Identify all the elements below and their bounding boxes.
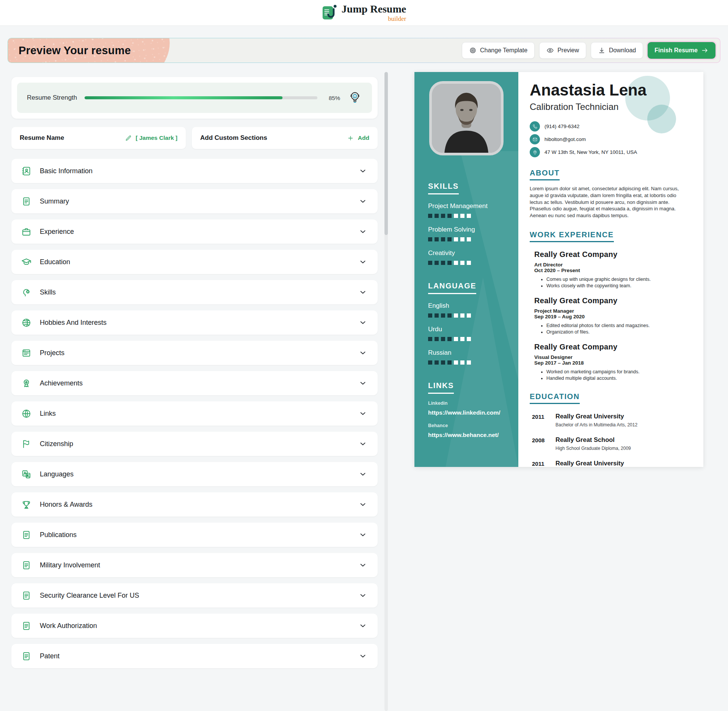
section-label: Experience — [40, 228, 350, 236]
education-degree: Bachelor of Arts in Multimedia Arts, 201… — [555, 422, 637, 428]
chevron-down-icon — [359, 561, 367, 569]
preview-button[interactable]: Preview — [539, 42, 586, 59]
sidebar-links-section: LINKS Linkedin https://www.linkedin.com/… — [414, 381, 518, 439]
language-item: Urdu — [428, 326, 505, 341]
finish-resume-button[interactable]: Finish Resume — [648, 42, 715, 59]
education-degree: High School Graduate Diploma, 2009 — [555, 446, 631, 451]
section-label: Summary — [40, 197, 350, 205]
change-template-button[interactable]: Change Template — [462, 42, 535, 59]
jobs-list: Really Great Company Art Director Oct 20… — [530, 250, 688, 381]
section-achievements[interactable]: Achievements — [11, 371, 378, 395]
skill-item: Creativity — [428, 249, 505, 265]
pencil-icon — [125, 135, 132, 142]
chevron-down-icon — [359, 470, 367, 478]
job-bullet: Comes up with unique graphic designs for… — [546, 277, 688, 282]
section-hobbies-and-interests[interactable]: Hobbies And Interests — [11, 310, 378, 335]
resume-strength-row: Resume Strength 85% i — [17, 83, 372, 113]
add-custom-sections-label: Add Custom Sections — [200, 134, 267, 142]
sidebar-skills-section: SKILLS Project Management Problem Solvin… — [414, 182, 518, 265]
brand-text: Jump Resume builder — [342, 3, 406, 22]
section-basic-information[interactable]: Basic Information — [11, 159, 378, 183]
skill-name: Creativity — [428, 249, 505, 257]
app-root: Jump Resume builder Preview Your resume … — [0, 0, 728, 711]
edit-resume-name-button[interactable]: [ James Clark ] — [125, 135, 177, 142]
job-bullets: Edited editorial photos for clients and … — [546, 323, 688, 335]
section-label: Work Authorization — [40, 622, 350, 630]
link-item: Linkedin https://www.linkedin.com/ — [428, 401, 505, 416]
doc-icon — [21, 621, 31, 631]
skills-heading: SKILLS — [428, 182, 459, 194]
job-bullet: Worked on marketing campaigns for brands… — [546, 369, 688, 374]
section-security-clearance-level-for-us[interactable]: Security Clearance Level For US — [11, 583, 378, 608]
location-icon — [530, 147, 540, 157]
job-bullets: Worked on marketing campaigns for brands… — [546, 369, 688, 381]
add-custom-section-button[interactable]: Add — [347, 135, 369, 142]
resume-main: Anastasia Lena Calibration Technician (9… — [518, 72, 703, 467]
section-honors-awards[interactable]: Honors & Awards — [11, 492, 378, 517]
chevron-down-icon — [359, 440, 367, 448]
section-languages[interactable]: Languages — [11, 462, 378, 486]
section-military-involvement[interactable]: Military Involvement — [11, 553, 378, 577]
section-label: Security Clearance Level For US — [40, 592, 350, 600]
panel-scrollbar-thumb[interactable] — [384, 72, 388, 235]
section-education[interactable]: Education — [11, 250, 378, 274]
section-skills[interactable]: Skills — [11, 280, 378, 304]
section-experience[interactable]: Experience — [11, 219, 378, 244]
language-level-dots — [428, 360, 505, 365]
section-label: Languages — [40, 470, 350, 478]
resume-strength-card: Resume Strength 85% i — [11, 77, 378, 119]
strength-percent: 85% — [325, 95, 340, 101]
section-label: Patent — [40, 652, 350, 660]
svg-text:i: i — [355, 94, 356, 98]
section-patent[interactable]: Patent — [11, 644, 378, 668]
skills-list: Project Management Problem Solving Creat… — [428, 202, 505, 265]
link-item: Behance https://www.behance.net/ — [428, 423, 505, 439]
skill-item: Problem Solving — [428, 226, 505, 241]
section-links[interactable]: Links — [11, 401, 378, 426]
resume-sidebar: SKILLS Project Management Problem Solvin… — [414, 72, 518, 467]
section-summary[interactable]: Summary — [11, 189, 378, 213]
globe-icon — [21, 409, 31, 419]
strength-progress-track — [85, 96, 317, 99]
job-entry: Really Great Company Visual Designer Sep… — [534, 343, 688, 381]
resume-strength-label: Resume Strength — [27, 94, 77, 102]
language-item: Russian — [428, 349, 505, 365]
section-label: Publications — [40, 531, 350, 539]
briefcase-icon — [21, 227, 31, 237]
tips-bulb-icon[interactable]: i — [348, 91, 362, 105]
section-publications[interactable]: Publications — [11, 523, 378, 547]
medal-icon — [21, 378, 31, 388]
links-list: Linkedin https://www.linkedin.com/ Behan… — [428, 401, 505, 439]
headgear-icon — [21, 287, 31, 298]
section-citizenship[interactable]: Citizenship — [11, 432, 378, 456]
section-label: Basic Information — [40, 167, 350, 175]
chevron-down-icon — [359, 379, 367, 387]
education-list: 2011 Really Great University Bachelor of… — [530, 413, 688, 467]
section-label: Honors & Awards — [40, 501, 350, 509]
contact-row: (914) 479-6342 — [530, 121, 688, 132]
job-role: Visual Designer — [534, 354, 688, 360]
plus-icon — [347, 135, 354, 142]
section-work-authorization[interactable]: Work Authorization — [11, 614, 378, 638]
language-name: Russian — [428, 349, 505, 357]
section-projects[interactable]: Projects — [11, 341, 378, 365]
chevron-down-icon — [359, 227, 367, 236]
toolbar-actions: Change Template Preview Download Finish … — [462, 42, 715, 59]
download-label: Download — [609, 47, 636, 54]
link-url: https://www.behance.net/ — [428, 432, 505, 439]
download-button[interactable]: Download — [591, 42, 643, 59]
job-bullet: Works closely with the copywriting team. — [546, 283, 688, 288]
accordion-sections-list: Basic Information Summary Experience — [11, 159, 378, 668]
job-company: Really Great Company — [534, 343, 688, 351]
page-toolbar: Preview Your resume Change Template Prev… — [8, 38, 720, 63]
education-school: Really Great University — [555, 413, 637, 420]
job-dates: Sep 2017 – Jan 2018 — [534, 360, 688, 366]
link-url: https://www.linkedin.com/ — [428, 409, 505, 416]
gradcap-icon — [21, 257, 31, 267]
chevron-down-icon — [359, 258, 367, 266]
doc-icon — [21, 590, 31, 601]
brand-name: Jump Resume — [342, 3, 406, 14]
language-name: Urdu — [428, 326, 505, 333]
skill-name: Project Management — [428, 202, 505, 210]
contact-text: hibolton@got.com — [544, 136, 586, 142]
